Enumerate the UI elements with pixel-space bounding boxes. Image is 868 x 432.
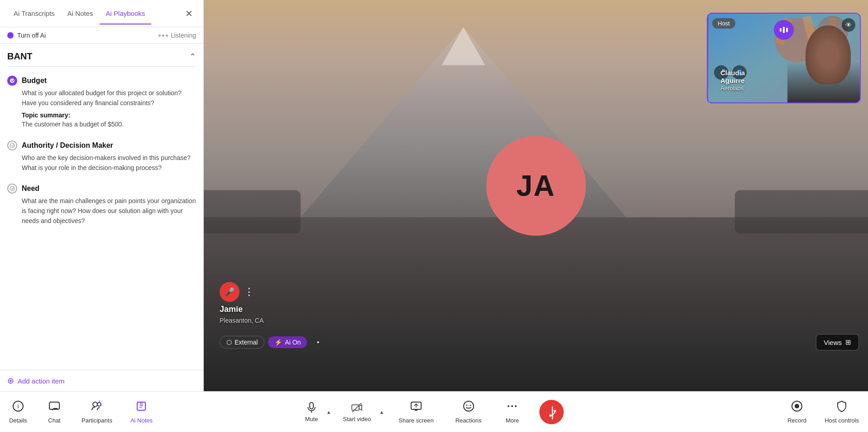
external-tag-label: External	[235, 339, 258, 346]
mute-label: Mute	[305, 416, 318, 422]
budget-title: Budget	[22, 77, 47, 85]
authority-icon	[7, 141, 17, 150]
svg-point-31	[511, 405, 513, 407]
ai-toggle-dot	[7, 32, 14, 39]
chat-button[interactable]: Chat	[36, 397, 72, 427]
details-button[interactable]: i Details	[0, 397, 36, 427]
ai-status-text: Listening	[171, 32, 196, 39]
svg-point-27	[464, 401, 474, 411]
playbook-item-need: Need What are the main challenges or pai…	[7, 184, 196, 226]
ai-notes-button[interactable]: Ai Ai Notes	[121, 397, 162, 427]
budget-summary: The customer has a budget of $500.	[22, 120, 196, 130]
svg-point-2	[10, 186, 14, 191]
video-label: Start video	[343, 416, 371, 422]
collapse-section-button[interactable]: ⌃	[189, 52, 196, 62]
details-icon: i	[12, 400, 24, 415]
participant-avatar: JA	[486, 136, 586, 236]
video-area: JA 🎤 ⋮ Jamie Pleasanton, CA ⬡ External ⚡…	[204, 0, 868, 391]
video-icon	[351, 402, 363, 413]
chat-label: Chat	[48, 417, 60, 424]
need-icon	[7, 184, 17, 194]
playbook-item-authority: Authority / Decision Maker Who are the k…	[7, 141, 196, 173]
host-head	[806, 25, 851, 84]
reactions-button[interactable]: Reactions	[446, 397, 491, 427]
bottom-toolbar: i Details Chat 2	[0, 391, 868, 432]
more-icon	[506, 400, 518, 415]
budget-question: What is your allocated budget for this p…	[22, 88, 196, 108]
video-group: Start video ▲	[336, 398, 386, 426]
external-tag: ⬡ External	[220, 336, 264, 349]
svg-point-35	[795, 404, 799, 408]
panel-content: BANT ⌃ Budget What is your allocated bud…	[0, 44, 203, 370]
ai-on-icon: ⚡	[274, 339, 282, 346]
host-media-icon	[774, 20, 794, 40]
ai-notes-label: Ai Notes	[130, 417, 153, 424]
participants-icon: 2	[91, 400, 103, 415]
end-call-button[interactable]	[539, 400, 564, 424]
svg-rect-6	[204, 217, 868, 391]
svg-point-1	[10, 143, 14, 148]
dot-3	[166, 34, 168, 37]
participant-mute-button[interactable]: 🎤	[220, 282, 240, 302]
close-panel-button[interactable]: ✕	[182, 6, 196, 21]
bar1	[780, 28, 782, 32]
host-controls-button[interactable]: Host controls	[815, 397, 868, 427]
mute-group: Mute ▲	[299, 398, 333, 426]
toolbar-right: Record Host controls	[778, 397, 868, 427]
participant-menu-button[interactable]: ⋮	[244, 286, 254, 298]
ai-toggle-label: Turn off Ai	[17, 32, 46, 39]
end-call-icon	[542, 402, 562, 422]
authority-question: Who are the key decision-makers involved…	[22, 153, 196, 173]
svg-rect-7	[204, 190, 301, 234]
participant-overlay: 🎤 ⋮ Jamie Pleasanton, CA	[220, 282, 264, 324]
add-action-button[interactable]: ⊕ Add action item	[0, 370, 203, 391]
ai-dots	[158, 34, 168, 37]
record-button[interactable]: Record	[778, 397, 815, 427]
ai-toggle-button[interactable]: Turn off Ai	[7, 32, 46, 39]
dot-1	[158, 34, 161, 37]
host-controls-icon	[836, 400, 848, 415]
host-name: Claudia Aguirre	[720, 69, 745, 84]
section-header: BANT ⌃	[7, 51, 196, 67]
host-controls-label: Host controls	[825, 417, 859, 424]
toolbar-left: i Details Chat 2	[0, 397, 162, 427]
start-video-button[interactable]: Start video	[336, 398, 377, 426]
external-tag-icon: ⬡	[226, 339, 232, 346]
svg-text:Ai: Ai	[140, 402, 143, 405]
left-panel: Ai Transcripts Ai Notes Ai Playbooks ✕ T…	[0, 0, 204, 391]
mute-button[interactable]: Mute	[299, 398, 325, 426]
svg-point-28	[466, 404, 467, 406]
ai-on-tag: ⚡ Ai On	[268, 336, 307, 348]
svg-point-29	[470, 404, 471, 406]
record-icon	[791, 400, 803, 415]
video-chevron-button[interactable]: ▲	[377, 406, 386, 418]
host-media-bars	[780, 27, 788, 33]
ai-notes-icon: Ai	[135, 400, 147, 415]
ai-status: Listening	[158, 32, 196, 39]
authority-title: Authority / Decision Maker	[22, 141, 113, 150]
tab-transcripts[interactable]: Ai Transcripts	[7, 6, 61, 21]
budget-icon	[7, 76, 17, 86]
item-budget-header: Budget	[7, 76, 196, 86]
host-thumbnail: Host 👁 🎤 👤 Claudia Aguirre Aerolabs	[707, 13, 861, 103]
participants-button[interactable]: 2 Participants	[72, 397, 121, 427]
participant-initials: JA	[517, 169, 556, 203]
tab-notes[interactable]: Ai Notes	[61, 6, 100, 21]
share-screen-button[interactable]: Share screen	[389, 397, 442, 427]
svg-text:2: 2	[98, 400, 101, 404]
host-badge: Host	[712, 18, 735, 29]
bottom-tags: ⬡ External ⚡ Ai On •	[220, 335, 325, 349]
views-label: Views	[824, 339, 842, 346]
details-label: Details	[9, 417, 27, 424]
need-title: Need	[22, 184, 39, 193]
tab-playbooks[interactable]: Ai Playbooks	[100, 6, 152, 21]
svg-point-32	[515, 405, 517, 407]
more-button[interactable]: More	[494, 397, 530, 427]
mute-icon	[306, 402, 317, 413]
mute-chevron-button[interactable]: ▲	[324, 406, 333, 418]
reactions-label: Reactions	[456, 417, 482, 424]
playbook-item-budget: Budget What is your allocated budget for…	[7, 76, 196, 130]
bar3	[786, 28, 788, 32]
views-button[interactable]: Views ⊞	[816, 334, 859, 350]
toolbar-center: Mute ▲ Start video ▲	[299, 397, 570, 427]
